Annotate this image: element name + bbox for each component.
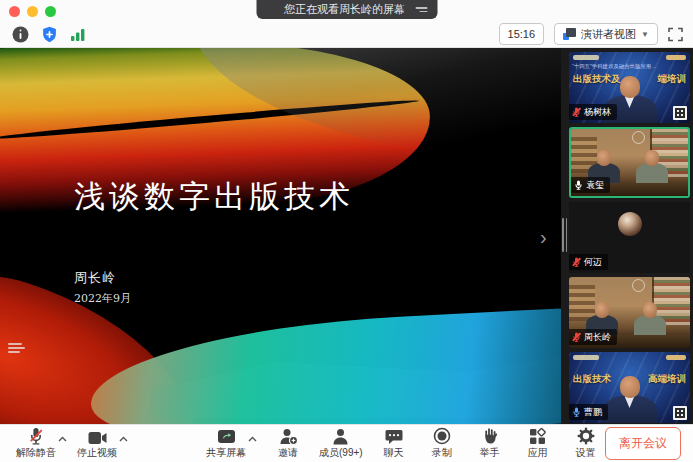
share-screen-icon [217,429,236,445]
participant-name-tag: 杨树林 [569,104,617,120]
shared-screen-stage: 浅谈数字出版技术 周长岭 2022年9月 › [0,48,561,424]
banner-subtitle: “十四五”学科建设及融合出版应用… [572,63,676,71]
participant-name: 杨树林 [584,106,611,119]
members-label: 成员(99+) [319,446,363,460]
security-shield-icon[interactable] [41,26,58,43]
chat-bubble-icon [385,429,403,445]
stop-video-label: 停止视频 [77,446,117,460]
participant-name-tag: 何迈 [569,254,608,270]
participant-tile[interactable]: “十四五”学科建设及融合出版应用…出版技术及端培训 杨树林 [569,52,690,123]
participant-name-tag: 曹鹏 [569,404,608,420]
share-screen-label: 共享屏幕 [206,446,246,460]
window-header: 您正在观看周长岭的屏幕 [0,0,693,48]
participant-name-tag: 周长岭 [569,329,617,345]
mic-options-chevron[interactable] [58,436,67,442]
raise-hand-button[interactable]: 举手 [473,427,507,460]
presenter-menu-icon[interactable] [8,341,26,355]
invite-label: 邀请 [278,446,298,460]
record-icon [433,427,451,445]
settings-button[interactable]: 设置 [569,427,603,460]
participant-name: 袁玺 [586,179,604,192]
participant-name: 何迈 [584,256,602,269]
minimize-window-button[interactable] [27,6,38,17]
microphone-muted-icon [27,427,45,445]
zoom-window-button[interactable] [45,6,56,17]
meeting-timer: 15:16 [499,23,545,45]
meeting-toolbar: 解除静音 停止视频 [0,424,693,462]
participant-tile[interactable]: 何迈 [569,202,690,273]
banner-menu-icon[interactable] [415,7,427,12]
screen-share-banner: 您正在观看周长岭的屏幕 [256,0,437,19]
college-logo [666,355,686,360]
view-mode-caret-icon: ▼ [641,30,649,39]
slide-teal-wave [87,307,561,424]
share-screen-button[interactable]: 共享屏幕 [206,427,246,460]
share-options-chevron[interactable] [248,436,257,442]
stop-video-button[interactable]: 停止视频 [77,427,117,460]
mic-status-icon [572,257,581,267]
participant-tile[interactable]: 袁玺 [569,127,690,198]
apps-grid-icon [529,428,546,445]
participant-tile[interactable]: 周长岭 [569,277,690,348]
record-button[interactable]: 录制 [425,427,459,460]
participant-silhouette [600,376,660,423]
slide-author: 周长岭 [74,269,116,287]
college-logo [666,55,686,60]
video-options-chevron[interactable] [119,436,128,442]
chat-label: 聊天 [384,446,404,460]
raise-hand-label: 举手 [480,446,500,460]
slide-date: 2022年9月 [74,291,131,306]
view-mode-selector[interactable]: 演讲者视图 ▼ [554,23,658,45]
members-icon [332,428,349,445]
apps-button[interactable]: 应用 [521,427,555,460]
participant-avatar [618,212,642,236]
institute-logo [573,55,599,60]
record-label: 录制 [432,446,452,460]
view-mode-label: 演讲者视图 [581,27,636,42]
participant-tile[interactable]: 出版技术高端培训 曹鹏 [569,352,690,423]
mic-status-icon [572,407,581,417]
raise-hand-icon [482,427,498,445]
network-signal-icon[interactable] [70,27,86,42]
sidebar-collapse-handle[interactable] [561,218,568,252]
participant-name-tag: 袁玺 [571,177,610,193]
window-controls [9,6,56,17]
close-window-button[interactable] [9,6,20,17]
members-button[interactable]: 成员(99+) [319,427,363,460]
unmute-button[interactable]: 解除静音 [16,427,56,460]
participants-sidebar: “十四五”学科建设及融合出版应用…出版技术及端培训 杨树林 [561,48,693,424]
fullscreen-icon[interactable] [668,27,683,42]
slide-title: 浅谈数字出版技术 [74,176,354,218]
mic-status-icon [572,332,581,342]
settings-label: 设置 [576,446,596,460]
invite-person-icon [279,428,298,445]
chat-button[interactable]: 聊天 [377,427,411,460]
participant-name: 曹鹏 [584,406,602,419]
meeting-info-icon[interactable] [12,26,29,43]
next-slide-chevron[interactable]: › [540,226,547,249]
institute-logo [573,355,599,360]
meeting-time-value: 15:16 [508,28,536,40]
leave-meeting-button[interactable]: 离开会议 [605,427,681,460]
participant-name: 周长岭 [584,331,611,344]
mic-status-icon [572,107,581,117]
unmute-label: 解除静音 [16,446,56,460]
participant-silhouette [633,302,667,338]
meeting-window: 您正在观看周长岭的屏幕 [0,0,693,462]
participant-silhouette [635,150,669,186]
screen-share-banner-text: 您正在观看周长岭的屏幕 [284,2,405,17]
gear-icon [577,427,595,445]
invite-button[interactable]: 邀请 [271,427,305,460]
layout-view-icon [563,28,576,40]
qr-code [673,106,687,120]
mic-status-icon [574,180,583,190]
camera-icon [88,431,107,445]
qr-code [673,406,687,420]
apps-label: 应用 [528,446,548,460]
